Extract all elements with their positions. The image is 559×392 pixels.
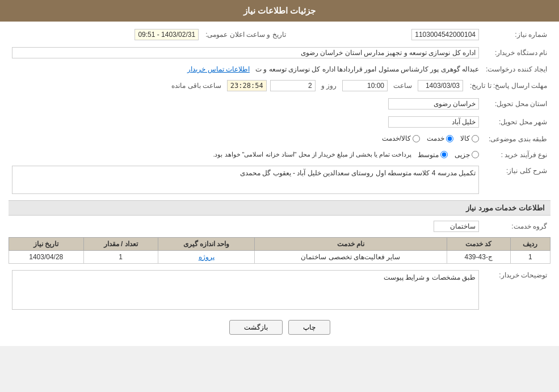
classification-cell: کالا خدمت کالا/خدمت <box>9 133 482 146</box>
need-number-cell: 1103004542000104 <box>297 27 482 42</box>
cell-code: ج-43-439 <box>447 250 510 263</box>
radio-jozvi: جزیی <box>455 151 479 159</box>
cell-unit[interactable]: پروژه <box>158 250 254 263</box>
deadline-time-label: ساعت <box>393 82 412 90</box>
buyer-notes-value: طبق مشخصات و شرایط پیوست <box>12 270 479 310</box>
deadline-days: 2 <box>270 80 316 91</box>
radio-khedmat: خدمت <box>427 134 453 142</box>
need-number-label: شماره نیاز: <box>482 27 550 42</box>
table-row: 1 ج-43-439 سایر فعالیت‌های تخصصی ساختمان… <box>9 250 550 263</box>
services-section-title: اطلاعات خدمات مورد نیاز <box>9 200 550 216</box>
cell-date: 1403/04/28 <box>9 250 84 263</box>
col-unit: واحد اندازه گیری <box>158 237 254 250</box>
radio-motavasset-input[interactable] <box>440 151 448 158</box>
col-code: کد خدمت <box>447 237 510 250</box>
page-header: جزئیات اطلاعات نیاز <box>0 0 559 22</box>
cell-quantity: 1 <box>83 250 158 263</box>
province-value: خراسان رضوی <box>388 98 479 109</box>
info-table-1: شماره نیاز: 1103004542000104 تاریخ و ساع… <box>9 27 550 42</box>
creator-cell: عبداله گوهری پور کارشناس مسئول امور قرار… <box>9 64 482 75</box>
deadline-remaining-label: ساعت باقی مانده <box>171 82 221 90</box>
description-label: شرح کلی نیاز: <box>482 164 550 196</box>
info-table-7: طبقه بندی موضوعی: کالا خدمت <box>9 133 550 146</box>
radio-khedmat-label: خدمت <box>427 134 444 142</box>
deadline-days-label: روز و <box>321 82 337 90</box>
col-row: ردیف <box>510 237 550 250</box>
service-group-label: گروه خدمت: <box>482 219 550 234</box>
city-value: خلیل آباد <box>388 116 479 128</box>
cell-row: 1 <box>510 250 550 263</box>
info-table-notes: توضیحات خریدار: طبق مشخصات و شرایط پیوست <box>9 268 550 311</box>
print-button[interactable]: چاپ <box>288 320 330 335</box>
classification-label: طبقه بندی موضوعی: <box>482 133 550 146</box>
creator-label: ایجاد کننده درخواست: <box>482 64 550 75</box>
purchase-type-note: پرداخت تمام یا بخشی از مبلغ خریدار از مح… <box>213 151 411 158</box>
col-name: نام خدمت <box>255 237 447 250</box>
need-number-value: 1103004542000104 <box>411 29 479 40</box>
cell-name: سایر فعالیت‌های تخصصی ساختمان <box>255 250 447 263</box>
province-cell: خراسان رضوی <box>39 96 482 111</box>
info-table-2: نام دستگاه خریدار: اداره کل نوسازی توسعه… <box>9 45 550 60</box>
page-wrapper: جزئیات اطلاعات نیاز شماره نیاز: 11030045… <box>0 0 559 346</box>
deadline-cell: 1403/03/03 ساعت 10:00 روز و 2 23:28:54 س… <box>9 78 466 93</box>
purchase-type-cell: جزیی متوسط پرداخت تمام یا بخشی از مبلغ خ… <box>9 149 482 161</box>
classification-radio-group: کالا خدمت کالا/خدمت <box>382 134 479 142</box>
col-quantity: تعداد / مقدار <box>83 237 158 250</box>
creator-value: عبداله گوهری پور کارشناس مسئول امور قرار… <box>255 65 479 73</box>
radio-jozvi-input[interactable] <box>472 151 479 158</box>
radio-kala: کالا <box>460 134 479 142</box>
service-group-cell: ساختمان <box>9 219 482 234</box>
radio-motavasset: متوسط <box>418 151 448 159</box>
info-table-5: استان محل تحویل: خراسان رضوی <box>9 96 550 111</box>
deadline-time: 10:00 <box>342 80 388 91</box>
info-table-4: مهلت ارسال پاسخ: تا تاریخ: 1403/03/03 سا… <box>9 78 550 93</box>
announcement-value: 1403/02/31 - 09:51 <box>135 29 199 40</box>
creator-link[interactable]: اطلاعات تماس خریدار <box>187 65 250 73</box>
deadline-date: 1403/03/03 <box>418 80 463 91</box>
info-table-8: نوع فرآیند خرید : جزیی متوسط <box>9 149 550 161</box>
city-cell: خلیل آباد <box>39 115 482 129</box>
purchase-type-radio-group: جزیی متوسط <box>418 151 479 159</box>
radio-kala-khedmat-label: کالا/خدمت <box>382 134 411 142</box>
radio-kala-input[interactable] <box>472 135 479 142</box>
info-table-sg: گروه خدمت: ساختمان <box>9 219 550 234</box>
radio-motavasset-label: متوسط <box>418 151 439 159</box>
city-label: شهر محل تحویل: <box>482 115 550 129</box>
back-button[interactable]: بازگشت <box>229 320 283 335</box>
col-date: تاریخ نیاز <box>9 237 84 250</box>
info-table-6: شهر محل تحویل: خلیل آباد <box>9 115 550 129</box>
radio-kala-label: کالا <box>460 134 470 142</box>
service-group-value: ساختمان <box>434 221 479 232</box>
info-table-desc: شرح کلی نیاز: تکمیل مدرسه 4 کلاسه متوسطه… <box>9 164 550 196</box>
radio-kala-khedmat: کالا/خدمت <box>382 134 420 142</box>
bottom-buttons: چاپ بازگشت <box>9 320 550 335</box>
buyer-org-label: نام دستگاه خریدار: <box>482 45 550 60</box>
services-table: ردیف کد خدمت نام خدمت واحد اندازه گیری ت… <box>9 237 550 264</box>
purchase-type-label: نوع فرآیند خرید : <box>482 149 550 161</box>
province-label: استان محل تحویل: <box>482 96 550 111</box>
announcement-label: تاریخ و ساعت اعلان عمومی: <box>202 27 297 42</box>
buyer-org-value: اداره کل نوسازی توسعه و تجهیز مدارس استا… <box>12 47 479 58</box>
announcement-cell: 1403/02/31 - 09:51 <box>26 27 202 42</box>
deadline-label: مهلت ارسال پاسخ: تا تاریخ: <box>466 78 550 93</box>
description-cell: تکمیل مدرسه 4 کلاسه متوسطه اول روستای سع… <box>9 164 482 196</box>
deadline-remaining: 23:28:54 <box>227 80 267 91</box>
buyer-notes-label: توضیحات خریدار: <box>482 268 550 311</box>
radio-khedmat-input[interactable] <box>446 135 453 142</box>
radio-kala-khedmat-input[interactable] <box>413 135 420 142</box>
description-value: تکمیل مدرسه 4 کلاسه متوسطه اول روستای سع… <box>12 166 479 194</box>
buyer-org-cell: اداره کل نوسازی توسعه و تجهیز مدارس استا… <box>9 45 482 60</box>
radio-jozvi-label: جزیی <box>455 151 470 159</box>
buyer-notes-cell: طبق مشخصات و شرایط پیوست <box>9 268 482 311</box>
info-table-3: ایجاد کننده درخواست: عبداله گوهری پور کا… <box>9 64 550 75</box>
content-area: شماره نیاز: 1103004542000104 تاریخ و ساع… <box>0 22 559 346</box>
page-title: جزئیات اطلاعات نیاز <box>243 6 316 15</box>
